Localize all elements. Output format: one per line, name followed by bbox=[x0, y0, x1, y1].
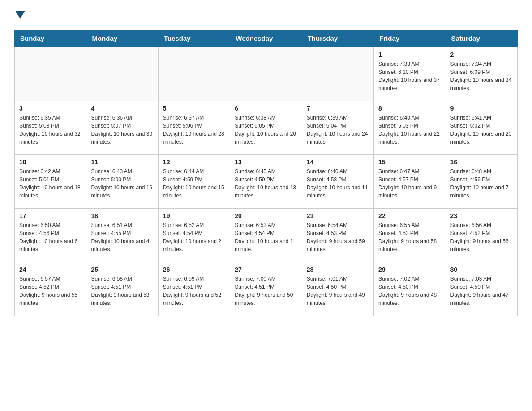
day-sun-info: Sunrise: 7:01 AM Sunset: 4:50 PM Dayligh… bbox=[307, 275, 369, 307]
calendar-cell: 4Sunrise: 6:36 AM Sunset: 5:07 PM Daylig… bbox=[86, 101, 158, 154]
weekday-header-sunday: Sunday bbox=[15, 30, 86, 47]
calendar-cell: 11Sunrise: 6:43 AM Sunset: 5:00 PM Dayli… bbox=[86, 154, 158, 208]
calendar-cell bbox=[302, 47, 373, 101]
calendar-cell: 18Sunrise: 6:51 AM Sunset: 4:55 PM Dayli… bbox=[86, 208, 158, 262]
calendar-cell bbox=[158, 47, 230, 101]
calendar-cell: 2Sunrise: 7:34 AM Sunset: 6:09 PM Daylig… bbox=[446, 47, 517, 101]
day-number: 20 bbox=[235, 212, 297, 219]
day-sun-info: Sunrise: 6:44 AM Sunset: 4:59 PM Dayligh… bbox=[163, 167, 225, 200]
weekday-header-thursday: Thursday bbox=[302, 30, 373, 47]
day-sun-info: Sunrise: 6:54 AM Sunset: 4:53 PM Dayligh… bbox=[307, 221, 369, 253]
day-number: 26 bbox=[163, 266, 225, 273]
day-sun-info: Sunrise: 6:42 AM Sunset: 5:01 PM Dayligh… bbox=[19, 167, 82, 200]
day-number: 14 bbox=[307, 158, 369, 166]
weekday-header-wednesday: Wednesday bbox=[230, 30, 302, 47]
day-sun-info: Sunrise: 7:02 AM Sunset: 4:50 PM Dayligh… bbox=[378, 275, 441, 307]
calendar-cell: 10Sunrise: 6:42 AM Sunset: 5:01 PM Dayli… bbox=[15, 154, 86, 208]
calendar-cell: 14Sunrise: 6:46 AM Sunset: 4:58 PM Dayli… bbox=[302, 154, 373, 208]
weekday-header-saturday: Saturday bbox=[446, 30, 517, 47]
day-number: 11 bbox=[91, 158, 153, 166]
calendar-cell: 19Sunrise: 6:52 AM Sunset: 4:54 PM Dayli… bbox=[158, 208, 230, 262]
day-sun-info: Sunrise: 6:48 AM Sunset: 4:56 PM Dayligh… bbox=[450, 167, 513, 200]
day-sun-info: Sunrise: 6:56 AM Sunset: 4:52 PM Dayligh… bbox=[450, 221, 513, 253]
day-number: 6 bbox=[235, 105, 297, 112]
calendar-table: SundayMondayTuesdayWednesdayThursdayFrid… bbox=[14, 30, 518, 316]
day-sun-info: Sunrise: 6:41 AM Sunset: 5:02 PM Dayligh… bbox=[450, 114, 513, 146]
day-sun-info: Sunrise: 7:00 AM Sunset: 4:51 PM Dayligh… bbox=[235, 275, 297, 307]
page-header bbox=[14, 11, 518, 21]
calendar-cell: 25Sunrise: 6:58 AM Sunset: 4:51 PM Dayli… bbox=[86, 262, 158, 316]
calendar-cell: 8Sunrise: 6:40 AM Sunset: 5:03 PM Daylig… bbox=[374, 101, 446, 154]
day-sun-info: Sunrise: 7:34 AM Sunset: 6:09 PM Dayligh… bbox=[450, 60, 513, 92]
day-sun-info: Sunrise: 6:51 AM Sunset: 4:55 PM Dayligh… bbox=[91, 221, 153, 253]
day-number: 21 bbox=[307, 212, 369, 219]
day-sun-info: Sunrise: 6:50 AM Sunset: 4:56 PM Dayligh… bbox=[19, 221, 82, 253]
day-number: 8 bbox=[378, 105, 441, 112]
day-number: 7 bbox=[307, 105, 369, 112]
calendar-cell: 27Sunrise: 7:00 AM Sunset: 4:51 PM Dayli… bbox=[230, 262, 302, 316]
logo bbox=[14, 11, 25, 21]
day-sun-info: Sunrise: 6:52 AM Sunset: 4:54 PM Dayligh… bbox=[163, 221, 225, 253]
calendar-cell: 9Sunrise: 6:41 AM Sunset: 5:02 PM Daylig… bbox=[446, 101, 517, 154]
calendar-cell: 3Sunrise: 6:35 AM Sunset: 5:08 PM Daylig… bbox=[15, 101, 86, 154]
day-number: 16 bbox=[450, 158, 513, 166]
calendar-cell: 20Sunrise: 6:53 AM Sunset: 4:54 PM Dayli… bbox=[230, 208, 302, 262]
calendar-cell: 22Sunrise: 6:55 AM Sunset: 4:53 PM Dayli… bbox=[374, 208, 446, 262]
calendar-week-row: 10Sunrise: 6:42 AM Sunset: 5:01 PM Dayli… bbox=[15, 154, 518, 208]
calendar-cell: 1Sunrise: 7:33 AM Sunset: 6:10 PM Daylig… bbox=[374, 47, 446, 101]
day-sun-info: Sunrise: 6:45 AM Sunset: 4:59 PM Dayligh… bbox=[235, 167, 297, 200]
day-sun-info: Sunrise: 7:03 AM Sunset: 4:50 PM Dayligh… bbox=[450, 275, 513, 307]
calendar-cell: 23Sunrise: 6:56 AM Sunset: 4:52 PM Dayli… bbox=[446, 208, 517, 262]
day-sun-info: Sunrise: 6:37 AM Sunset: 5:06 PM Dayligh… bbox=[163, 114, 225, 146]
calendar-cell: 24Sunrise: 6:57 AM Sunset: 4:52 PM Dayli… bbox=[15, 262, 86, 316]
day-sun-info: Sunrise: 6:58 AM Sunset: 4:51 PM Dayligh… bbox=[91, 275, 153, 307]
weekday-header-monday: Monday bbox=[86, 30, 158, 47]
calendar-cell: 5Sunrise: 6:37 AM Sunset: 5:06 PM Daylig… bbox=[158, 101, 230, 154]
day-number: 29 bbox=[378, 266, 441, 273]
day-number: 4 bbox=[91, 105, 153, 112]
calendar-week-row: 24Sunrise: 6:57 AM Sunset: 4:52 PM Dayli… bbox=[15, 262, 518, 316]
day-sun-info: Sunrise: 6:46 AM Sunset: 4:58 PM Dayligh… bbox=[307, 167, 369, 200]
day-sun-info: Sunrise: 6:43 AM Sunset: 5:00 PM Dayligh… bbox=[91, 167, 153, 200]
day-sun-info: Sunrise: 6:39 AM Sunset: 5:04 PM Dayligh… bbox=[307, 114, 369, 146]
day-sun-info: Sunrise: 6:36 AM Sunset: 5:07 PM Dayligh… bbox=[91, 114, 153, 146]
day-number: 10 bbox=[19, 158, 82, 166]
calendar-cell: 28Sunrise: 7:01 AM Sunset: 4:50 PM Dayli… bbox=[302, 262, 373, 316]
day-sun-info: Sunrise: 6:38 AM Sunset: 5:05 PM Dayligh… bbox=[235, 114, 297, 146]
weekday-header-friday: Friday bbox=[374, 30, 446, 47]
calendar-cell: 12Sunrise: 6:44 AM Sunset: 4:59 PM Dayli… bbox=[158, 154, 230, 208]
day-number: 13 bbox=[235, 158, 297, 166]
day-number: 22 bbox=[378, 212, 441, 219]
day-number: 23 bbox=[450, 212, 513, 219]
day-number: 27 bbox=[235, 266, 297, 273]
calendar-cell: 7Sunrise: 6:39 AM Sunset: 5:04 PM Daylig… bbox=[302, 101, 373, 154]
day-number: 17 bbox=[19, 212, 82, 219]
day-number: 18 bbox=[91, 212, 153, 219]
weekday-header-tuesday: Tuesday bbox=[158, 30, 230, 47]
calendar-week-row: 17Sunrise: 6:50 AM Sunset: 4:56 PM Dayli… bbox=[15, 208, 518, 262]
day-sun-info: Sunrise: 6:59 AM Sunset: 4:51 PM Dayligh… bbox=[163, 275, 225, 307]
calendar-cell: 6Sunrise: 6:38 AM Sunset: 5:05 PM Daylig… bbox=[230, 101, 302, 154]
day-sun-info: Sunrise: 6:47 AM Sunset: 4:57 PM Dayligh… bbox=[378, 167, 441, 200]
calendar-cell: 15Sunrise: 6:47 AM Sunset: 4:57 PM Dayli… bbox=[374, 154, 446, 208]
day-number: 15 bbox=[378, 158, 441, 166]
calendar-cell: 29Sunrise: 7:02 AM Sunset: 4:50 PM Dayli… bbox=[374, 262, 446, 316]
day-number: 24 bbox=[19, 266, 82, 273]
day-number: 30 bbox=[450, 266, 513, 273]
calendar-week-row: 1Sunrise: 7:33 AM Sunset: 6:10 PM Daylig… bbox=[15, 47, 518, 101]
day-sun-info: Sunrise: 6:40 AM Sunset: 5:03 PM Dayligh… bbox=[378, 114, 441, 146]
calendar-cell bbox=[86, 47, 158, 101]
calendar-cell: 16Sunrise: 6:48 AM Sunset: 4:56 PM Dayli… bbox=[446, 154, 517, 208]
day-sun-info: Sunrise: 6:35 AM Sunset: 5:08 PM Dayligh… bbox=[19, 114, 82, 146]
calendar-cell: 30Sunrise: 7:03 AM Sunset: 4:50 PM Dayli… bbox=[446, 262, 517, 316]
calendar-cell: 26Sunrise: 6:59 AM Sunset: 4:51 PM Dayli… bbox=[158, 262, 230, 316]
day-number: 9 bbox=[450, 105, 513, 112]
calendar-week-row: 3Sunrise: 6:35 AM Sunset: 5:08 PM Daylig… bbox=[15, 101, 518, 154]
calendar-cell: 13Sunrise: 6:45 AM Sunset: 4:59 PM Dayli… bbox=[230, 154, 302, 208]
calendar-cell: 21Sunrise: 6:54 AM Sunset: 4:53 PM Dayli… bbox=[302, 208, 373, 262]
calendar-cell bbox=[15, 47, 86, 101]
calendar-cell: 17Sunrise: 6:50 AM Sunset: 4:56 PM Dayli… bbox=[15, 208, 86, 262]
day-sun-info: Sunrise: 6:53 AM Sunset: 4:54 PM Dayligh… bbox=[235, 221, 297, 253]
day-number: 5 bbox=[163, 105, 225, 112]
day-number: 3 bbox=[19, 105, 82, 112]
